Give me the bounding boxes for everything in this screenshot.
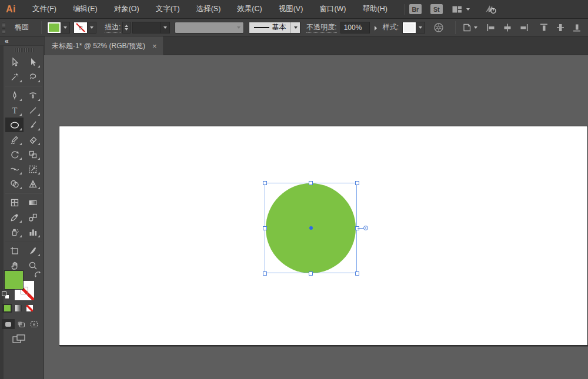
chevron-down-icon	[419, 26, 422, 29]
gpu-performance-button[interactable]	[484, 4, 498, 15]
lasso-tool[interactable]	[24, 69, 42, 84]
menu-effect[interactable]: 效果(C)	[229, 0, 270, 18]
menu-file[interactable]: 文件(F)	[24, 0, 65, 18]
handle-top-center[interactable]	[309, 181, 313, 185]
style-swatch[interactable]	[403, 22, 416, 33]
swap-fill-stroke-button[interactable]	[34, 270, 42, 281]
align-right-icon[interactable]	[519, 22, 529, 33]
perspective-grid-tool[interactable]	[24, 176, 42, 191]
gradient-button[interactable]	[14, 304, 23, 313]
stroke-width-stepper[interactable]	[122, 22, 131, 33]
stroke-style-dropdown[interactable]: 基本	[249, 22, 300, 33]
tool-separator	[5, 241, 42, 242]
chevron-down-icon	[64, 26, 67, 29]
align-left-icon[interactable]	[486, 22, 496, 33]
menu-select[interactable]: 选择(S)	[188, 0, 229, 18]
handle-top-right[interactable]	[355, 181, 359, 185]
pen-tool[interactable]	[5, 88, 24, 103]
curvature-tool[interactable]	[24, 88, 42, 103]
stroke-indicator	[79, 26, 82, 29]
stroke-style-label: 基本	[272, 22, 286, 32]
default-fill-stroke-button[interactable]	[2, 291, 10, 300]
stroke-none-swatch[interactable]	[74, 22, 87, 33]
radius-widget-handle[interactable]	[363, 226, 368, 230]
bridge-button[interactable]: Br	[409, 4, 422, 14]
collapse-panel-button[interactable]: «	[5, 37, 8, 45]
line-segment-tool[interactable]	[24, 103, 42, 118]
align-horizontal-center-icon[interactable]	[502, 22, 513, 33]
color-button[interactable]	[2, 304, 12, 313]
change-screen-mode-button[interactable]	[12, 334, 27, 347]
scale-tool[interactable]	[24, 147, 42, 162]
graphic-style-control[interactable]	[402, 22, 425, 33]
menu-help[interactable]: 帮助(H)	[355, 0, 396, 18]
menu-bar: Ai 文件(F) 编辑(E) 对象(O) 文字(T) 选择(S) 效果(C) 视…	[0, 0, 588, 19]
eyedropper-tool[interactable]	[5, 210, 24, 224]
stroke-width-combo[interactable]	[132, 22, 170, 33]
chevron-down-icon	[237, 26, 240, 29]
recolor-artwork-button[interactable]	[433, 22, 444, 33]
menu-edit[interactable]: 编辑(E)	[65, 0, 106, 18]
symbol-sprayer-tool[interactable]	[5, 224, 24, 239]
draw-behind-button[interactable]	[15, 319, 28, 329]
menu-object[interactable]: 对象(O)	[106, 0, 148, 18]
stroke-link[interactable]: 描边:	[105, 22, 121, 33]
handle-bottom-center[interactable]	[309, 271, 313, 276]
mesh-tool[interactable]	[5, 195, 24, 210]
handle-middle-left[interactable]	[263, 226, 267, 230]
brush-definition-dropdown[interactable]	[175, 22, 244, 33]
tools-panel: « T	[0, 36, 44, 379]
draw-inside-button[interactable]	[28, 319, 41, 329]
control-bar-grip[interactable]	[2, 22, 5, 33]
menu-type[interactable]: 文字(T)	[148, 0, 188, 18]
handle-top-left[interactable]	[263, 181, 267, 185]
column-graph-tool[interactable]	[24, 224, 42, 239]
fill-proxy-swatch[interactable]	[4, 270, 24, 290]
document-setup-button[interactable]	[461, 22, 477, 33]
menu-window[interactable]: 窗口(W)	[311, 0, 354, 18]
radius-widget-line	[358, 228, 363, 229]
tool-group-navigate	[5, 243, 42, 273]
shaper-tool[interactable]	[5, 132, 24, 147]
ellipse-tool[interactable]	[5, 118, 24, 132]
eraser-tool[interactable]	[24, 132, 42, 147]
close-tab-icon[interactable]: ×	[152, 42, 157, 50]
stock-button[interactable]: St	[430, 4, 443, 14]
document-tab[interactable]: 未标题-1* @ 52% (RGB/预览) ×	[45, 36, 164, 55]
stepper-down-icon	[125, 28, 128, 31]
draw-normal-button[interactable]	[2, 319, 15, 329]
magic-wand-tool[interactable]	[5, 69, 24, 84]
selection-tool[interactable]	[5, 55, 24, 69]
align-vertical-center-icon[interactable]	[555, 22, 566, 33]
fill-swatch[interactable]	[48, 22, 61, 33]
align-bottom-icon[interactable]	[572, 22, 582, 33]
workspace-switcher[interactable]	[452, 4, 470, 15]
paint-type-buttons	[2, 304, 34, 313]
opacity-input[interactable]: 100%	[340, 22, 370, 33]
handle-bottom-right[interactable]	[355, 271, 359, 276]
opacity-link[interactable]: 不透明度:	[306, 22, 336, 33]
blend-tool[interactable]	[24, 210, 42, 224]
handle-bottom-left[interactable]	[263, 271, 267, 276]
gradient-tool[interactable]	[24, 195, 42, 210]
separator	[455, 21, 456, 34]
menu-view[interactable]: 视图(V)	[270, 0, 312, 18]
opacity-panel-expander[interactable]	[371, 22, 380, 33]
menubar-separator	[404, 4, 405, 15]
none-button[interactable]	[25, 304, 34, 313]
align-top-icon[interactable]	[539, 22, 549, 33]
free-transform-tool[interactable]	[24, 162, 42, 176]
shape-builder-tool[interactable]	[5, 176, 24, 191]
rotate-tool[interactable]	[5, 147, 24, 162]
tools-panel-grip[interactable]	[15, 48, 34, 52]
slice-tool[interactable]	[24, 243, 42, 258]
direct-selection-tool[interactable]	[24, 55, 42, 69]
center-anchor-point[interactable]	[309, 226, 313, 230]
type-tool[interactable]: T	[5, 103, 24, 118]
width-tool[interactable]	[5, 162, 24, 176]
canvas-area[interactable]	[44, 55, 588, 379]
stroke-color-control[interactable]	[74, 22, 96, 33]
fill-color-control[interactable]	[47, 22, 70, 33]
artboard-tool[interactable]	[5, 243, 24, 258]
paintbrush-tool[interactable]	[24, 118, 42, 132]
